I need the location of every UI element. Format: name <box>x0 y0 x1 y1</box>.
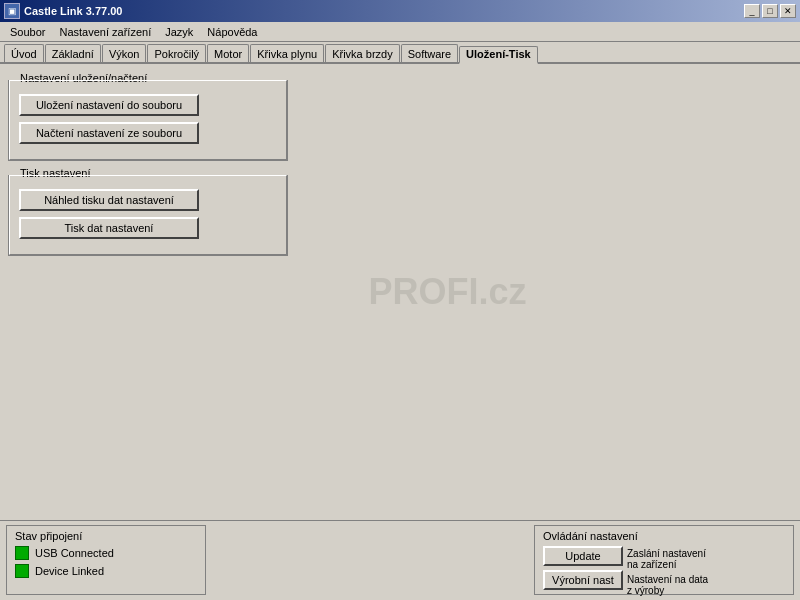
update-button[interactable]: Update <box>543 546 623 566</box>
status-bar: Stav připojení USB Connected Device Link… <box>0 520 800 600</box>
title-bar: ▣ Castle Link 3.77.00 _ □ ✕ <box>0 0 800 22</box>
menu-napoveda[interactable]: Nápověda <box>201 24 263 40</box>
connection-status-panel: Stav připojení USB Connected Device Link… <box>6 525 206 595</box>
device-status-item: Device Linked <box>15 564 197 578</box>
window-controls: _ □ ✕ <box>744 4 796 18</box>
control-settings-panel: Ovládání nastavení Update Výrobní nast Z… <box>534 525 794 595</box>
device-led <box>15 564 29 578</box>
tab-krivka-brzdy[interactable]: Křivka brzdy <box>325 44 400 62</box>
close-button[interactable]: ✕ <box>780 4 796 18</box>
usb-led <box>15 546 29 560</box>
maximize-button[interactable]: □ <box>762 4 778 18</box>
tab-motor[interactable]: Motor <box>207 44 249 62</box>
window-title: Castle Link 3.77.00 <box>24 5 122 17</box>
tab-zakladni[interactable]: Základní <box>45 44 101 62</box>
save-to-file-button[interactable]: Uložení nastavení do souboru <box>19 94 199 116</box>
tab-uvod[interactable]: Úvod <box>4 44 44 62</box>
tab-ulozeni-tisk[interactable]: Uložení-Tisk <box>459 46 538 64</box>
control-settings-title: Ovládání nastavení <box>543 530 785 542</box>
factory-reset-button[interactable]: Výrobní nast <box>543 570 623 590</box>
tab-software[interactable]: Software <box>401 44 458 62</box>
print-button[interactable]: Tisk dat nastavení <box>19 217 199 239</box>
menu-jazyk[interactable]: Jazyk <box>159 24 199 40</box>
watermark: PROFI.cz <box>368 271 526 313</box>
tab-pokrocily[interactable]: Pokročilý <box>147 44 206 62</box>
update-label: Zaslání nastavenína zařízení <box>627 548 708 570</box>
usb-status-label: USB Connected <box>35 547 114 559</box>
connection-status-title: Stav připojení <box>15 530 197 542</box>
device-status-label: Device Linked <box>35 565 104 577</box>
menu-soubor[interactable]: Soubor <box>4 24 51 40</box>
tab-vykon[interactable]: Výkon <box>102 44 147 62</box>
control-labels: Zaslání nastavenína zařízení Nastavení n… <box>627 546 708 596</box>
minimize-button[interactable]: _ <box>744 4 760 18</box>
factory-label: Nastavení na dataz výroby <box>627 574 708 596</box>
print-preview-button[interactable]: Náhled tisku dat nastavení <box>19 189 199 211</box>
print-group-title: Tisk nastavení <box>17 167 94 179</box>
tab-krivka-plynu[interactable]: Křivka plynu <box>250 44 324 62</box>
load-from-file-button[interactable]: Načtení nastavení ze souboru <box>19 122 199 144</box>
usb-status-item: USB Connected <box>15 546 197 560</box>
menu-nastaveni[interactable]: Nastavení zařízení <box>53 24 157 40</box>
control-settings-content: Update Výrobní nast Zaslání nastavenína … <box>543 546 785 596</box>
control-buttons: Update Výrobní nast <box>543 546 623 596</box>
menu-bar: Soubor Nastavení zařízení Jazyk Nápověda <box>0 22 800 42</box>
saving-group-title: Nastavení uložení/načtení <box>17 72 150 84</box>
app-icon: ▣ <box>4 3 20 19</box>
main-content: PROFI.cz Nastavení uložení/načtení Ulože… <box>0 64 800 520</box>
tab-bar: Úvod Základní Výkon Pokročilý Motor Křiv… <box>0 42 800 64</box>
